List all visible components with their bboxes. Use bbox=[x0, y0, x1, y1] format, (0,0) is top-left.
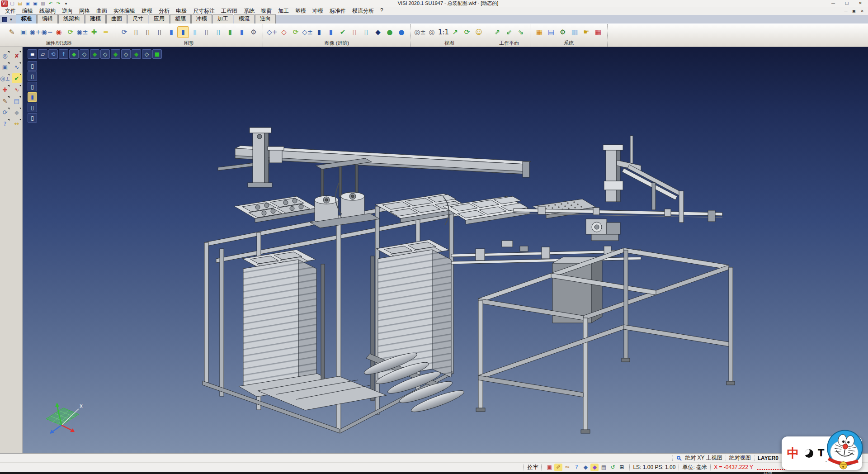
sphere-arrow-icon[interactable]: ● bbox=[396, 26, 407, 38]
zoom-extents-icon[interactable]: ↗ bbox=[449, 26, 461, 38]
tab-应用[interactable]: 应用 bbox=[149, 14, 170, 24]
entity-traffic-light-icon[interactable]: ◉ bbox=[53, 26, 65, 38]
view-iso-nw-icon[interactable]: ◆ bbox=[132, 49, 141, 59]
view-refresh-icon[interactable]: ⟳ bbox=[461, 26, 473, 38]
attribute-edit-icon[interactable]: ✎ bbox=[0, 96, 10, 106]
tabbar-dropdown-button[interactable]: ▼ bbox=[8, 16, 14, 23]
view-right-icon[interactable]: ◇ bbox=[100, 49, 110, 59]
lock-stamp-icon[interactable]: ▣ bbox=[545, 464, 553, 471]
flat-cylinder-icon[interactable]: ▯ bbox=[201, 26, 212, 38]
color-table-icon[interactable]: ▦ bbox=[533, 26, 545, 38]
window-select-icon[interactable]: ▣ bbox=[0, 62, 10, 72]
filter-all-icon[interactable]: ▯ bbox=[28, 61, 37, 71]
save-file-icon[interactable]: ▣ bbox=[24, 0, 31, 7]
menu-item-冲模[interactable]: 冲模 bbox=[309, 7, 326, 15]
snap-cube-icon[interactable]: ◆ bbox=[581, 464, 590, 471]
show-hide-toggle-icon[interactable]: ◉± bbox=[76, 26, 88, 38]
print-icon[interactable]: ▥ bbox=[39, 0, 47, 7]
lock-label[interactable]: 拴牢 bbox=[527, 464, 538, 471]
erase-entity-icon[interactable]: ✘ bbox=[12, 51, 22, 61]
view-iso-se-icon[interactable]: ◇ bbox=[142, 49, 151, 59]
new-file-icon[interactable]: ▢ bbox=[9, 0, 16, 7]
hide-all-icon[interactable]: ━ bbox=[100, 26, 112, 38]
confirm-icon[interactable]: ✔ bbox=[12, 73, 22, 83]
visi-logo[interactable]: VI bbox=[1, 0, 8, 7]
view-menu-icon[interactable]: ≡ bbox=[28, 49, 37, 59]
view-plane-icon[interactable]: ▱ bbox=[38, 49, 47, 59]
dashed-cylinder-icon[interactable]: ▯ bbox=[154, 26, 165, 38]
wire-transparent-cylinder-icon[interactable]: ▯ bbox=[212, 26, 224, 38]
wireframe-cylinder-icon[interactable]: ▯ bbox=[130, 26, 142, 38]
system-settings-icon[interactable]: ⚙ bbox=[557, 26, 569, 38]
view-back-icon[interactable]: ◆ bbox=[111, 49, 120, 59]
hide-entity-icon[interactable]: ◉− bbox=[41, 26, 53, 38]
background-image-icon[interactable]: ▤ bbox=[545, 26, 557, 38]
dynamic-view-icon[interactable]: ☺ bbox=[473, 26, 485, 38]
view-axis-icon[interactable]: ↑ bbox=[59, 49, 68, 59]
filter-points-icon[interactable]: ▯ bbox=[28, 71, 37, 81]
help-icon[interactable]: ? bbox=[0, 118, 10, 128]
menu-item-塑模[interactable]: 塑模 bbox=[292, 7, 309, 15]
shaded-edges-cylinder-icon[interactable]: ▮ bbox=[177, 26, 189, 38]
image-wire-icon[interactable]: ▯ bbox=[360, 26, 372, 38]
workplane-edit-icon[interactable]: ⇙ bbox=[503, 26, 515, 38]
zoom-window-icon[interactable]: ◎ bbox=[426, 26, 438, 38]
tab-逆向[interactable]: 逆向 bbox=[255, 14, 276, 24]
view-left-icon[interactable]: ◆ bbox=[90, 49, 99, 59]
search-icon[interactable] bbox=[677, 456, 680, 460]
cylinder-recycle-icon[interactable]: ▮ bbox=[224, 26, 236, 38]
qat-more-icon[interactable]: ▾ bbox=[62, 0, 70, 7]
image-check-icon[interactable]: ✔ bbox=[337, 26, 349, 38]
auto-rotate-icon[interactable]: ↺ bbox=[609, 464, 617, 471]
image-traffic-icon[interactable]: ◇ bbox=[278, 26, 290, 38]
refresh-draw-icon[interactable]: ⟳ bbox=[118, 26, 130, 38]
show-entity-icon[interactable]: ◉+ bbox=[29, 26, 41, 38]
solid-cube-icon[interactable]: ◆ bbox=[12, 107, 22, 117]
tab-模流[interactable]: 模流 bbox=[234, 14, 255, 24]
absolute-view-label[interactable]: 绝对视图 bbox=[729, 454, 751, 462]
select-options-icon[interactable]: ☛ bbox=[580, 26, 592, 38]
cylinder-copy-icon[interactable]: ▮ bbox=[236, 26, 248, 38]
tab-冲模[interactable]: 冲模 bbox=[191, 14, 212, 24]
transparent-cylinder-icon[interactable]: ▮ bbox=[189, 26, 201, 38]
sketch-curve-icon[interactable]: ∿ bbox=[12, 62, 22, 72]
menu-item-加工[interactable]: 加工 bbox=[275, 7, 292, 15]
tab-标准[interactable]: 标准 bbox=[16, 14, 37, 24]
save-all-icon[interactable]: ▣ bbox=[32, 0, 39, 7]
mdi-close-button[interactable]: ✕ bbox=[858, 8, 866, 14]
status-help-icon[interactable]: ? bbox=[572, 464, 580, 471]
menu-item-?[interactable]: ? bbox=[377, 7, 387, 15]
view-front-icon[interactable]: ◇ bbox=[80, 49, 89, 59]
option-table-icon[interactable]: ▥ bbox=[569, 26, 580, 38]
tab-线架构[interactable]: 线架构 bbox=[58, 14, 85, 24]
display-settings-icon[interactable]: ⚙ bbox=[248, 26, 259, 38]
image-cylinder-icon[interactable]: ▮ bbox=[325, 26, 337, 38]
measure-icon[interactable]: ↔ bbox=[12, 118, 22, 128]
viewport-canvas[interactable]: ≡▱⟲↑◆◇◆◇◆◇◆◇■ ▯▯▯▮▯▯ X bbox=[23, 47, 868, 453]
ucs-cube-icon[interactable]: ◆ bbox=[590, 464, 599, 471]
close-button[interactable]: ✕ bbox=[854, 0, 867, 7]
workplane-create-icon[interactable]: ⇗ bbox=[491, 26, 503, 38]
minimize-button[interactable]: — bbox=[826, 0, 840, 7]
filter-surfaces-icon[interactable]: ▮ bbox=[28, 92, 37, 102]
view-orbit-icon[interactable]: ⟲ bbox=[48, 49, 58, 59]
ime-language-indicator[interactable]: 中 bbox=[787, 445, 799, 461]
filter-meshes-icon[interactable]: ▯ bbox=[28, 113, 37, 123]
tab-尺寸[interactable]: 尺寸 bbox=[127, 14, 148, 24]
ime-toolbar[interactable]: 中 T 。 bbox=[782, 436, 862, 470]
attribute-copy-icon[interactable]: ▣ bbox=[18, 26, 29, 38]
ime-moon-icon[interactable] bbox=[805, 449, 813, 458]
refresh-visibility-icon[interactable]: ⟳ bbox=[65, 26, 76, 38]
image-page-icon[interactable]: ▯ bbox=[349, 26, 360, 38]
attribute-paint-icon[interactable]: ✎ bbox=[6, 26, 18, 38]
undo-icon[interactable]: ↶ bbox=[47, 0, 54, 7]
image-toggle-icon[interactable]: ◇± bbox=[302, 26, 313, 38]
filter-solids-icon[interactable]: ▯ bbox=[28, 103, 37, 112]
tab-加工[interactable]: 加工 bbox=[212, 14, 233, 24]
move-axes-icon[interactable]: ✚ bbox=[0, 85, 10, 95]
regen-icon[interactable]: ⟳ bbox=[0, 107, 10, 117]
filter-curves-icon[interactable]: ▯ bbox=[28, 82, 37, 91]
show-all-icon[interactable]: ✚ bbox=[88, 26, 100, 38]
grid-settings-icon[interactable]: ▦ bbox=[592, 26, 604, 38]
current-view-label[interactable]: 绝对 XY 上视图 bbox=[685, 454, 722, 462]
